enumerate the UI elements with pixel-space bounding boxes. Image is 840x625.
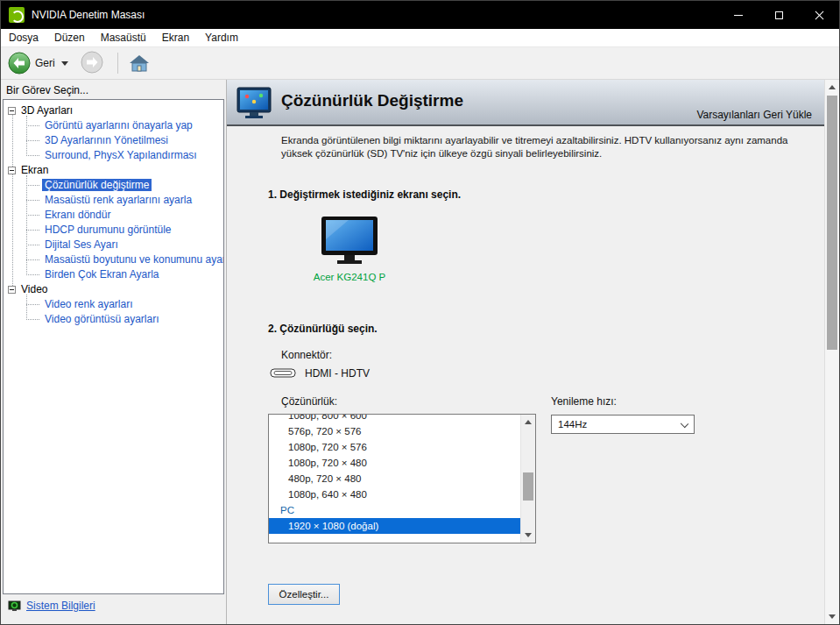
maximize-button[interactable] [759,1,799,29]
minimize-icon [734,15,743,16]
back-label: Geri [35,57,55,69]
restore-defaults-button[interactable]: Varsayılanları Geri Yükle [696,109,812,121]
window-controls [718,1,839,29]
main-scrollbar[interactable] [824,80,839,624]
tree-item-goruntu-ayarlari[interactable]: Görüntü ayarlarını önayarla yap [4,118,223,133]
resolution-item[interactable]: 1080p, 800 × 600 [269,415,520,423]
task-tree: 3D Ayarları Görüntü ayarlarını önayarla … [3,99,224,594]
tree-children-3d: Görüntü ayarlarını önayarla yap 3D Ayarl… [4,118,223,163]
collapse-icon[interactable] [8,286,16,294]
tree-item-label: Surround, PhysX Yapılandırması [42,149,200,161]
menu-masaustu[interactable]: Masaüstü [93,29,154,46]
app-body: Bir Görev Seçin... 3D Ayarları Görüntü a… [1,80,839,624]
resolution-item[interactable]: 1080p, 720 × 480 [269,455,520,471]
tree-item-label: Masaüstü boyutunu ve konumunu ayarla [42,253,224,266]
monitor-icon [318,215,381,266]
menu-dosya[interactable]: Dosya [1,29,46,46]
menu-yardim[interactable]: Yardım [197,29,246,46]
menu-duzen[interactable]: Düzen [46,29,93,46]
tree-item-3d-yonetim[interactable]: 3D Ayarlarının Yönetilmesi [4,133,223,148]
tree-item-cozunurluk-degistirme[interactable]: Çözünürlük değiştirme [4,178,223,193]
tree-item-label: HDCP durumunu görüntüle [42,224,174,236]
tree-children-video: Video renk ayarları Video görüntüsü ayar… [4,297,223,327]
connector-row: HDMI - HDTV [270,367,824,380]
tree-group-ekran[interactable]: Ekran [4,163,223,178]
scrollbar-thumb[interactable] [827,96,837,350]
toolbar-separator [117,53,118,74]
tree-group-video[interactable]: Video [4,282,223,297]
resolution-item-selected[interactable]: 1920 × 1080 (doğal) [269,518,520,534]
home-button[interactable] [129,53,150,73]
window-title: NVIDIA Denetim Masası [32,9,145,21]
triangle-up-icon [525,420,532,424]
tree-item-dijital-ses[interactable]: Dijital Ses Ayarı [4,238,223,252]
refresh-rate-label: Yenileme hızı: [551,395,617,408]
minimize-button[interactable] [718,1,759,29]
page-description: Ekranda görüntülenen bilgi miktarını aya… [281,134,819,160]
triangle-down-icon [525,533,532,537]
page-title: Çözünürlük Değiştirme [281,91,463,110]
tree-item-label: Dijital Ses Ayarı [42,238,121,251]
tree-item-masaustu-boyut[interactable]: Masaüstü boyutunu ve konumunu ayarla [4,252,223,267]
list-scrollbar[interactable] [520,415,535,543]
settings-content: 1. Değiştirmek istediğiniz ekranı seçin. [227,188,824,605]
tree-item-ekrani-dondur[interactable]: Ekranı döndür [4,208,223,223]
tree-item-birden-cok-ekran[interactable]: Birden Çok Ekran Ayarla [4,267,223,282]
tree-item-label: Masaüstü renk ayarlarını ayarla [42,194,194,206]
triangle-up-icon [829,85,836,89]
tree-group-3d-ayarlari[interactable]: 3D Ayarları [4,103,223,118]
display-settings-icon [236,86,272,119]
tree-children-ekran: Çözünürlük değiştirme Masaüstü renk ayar… [4,178,223,282]
close-button[interactable] [799,1,839,29]
tree-item-label: Ekranı döndür [42,209,113,221]
collapse-icon[interactable] [8,107,16,115]
customize-button[interactable]: Özelleştir... [268,584,340,605]
forward-icon [81,51,103,74]
tree-item-masaustu-renk[interactable]: Masaüstü renk ayarlarını ayarla [4,193,223,208]
resolution-item[interactable]: 1080p, 640 × 480 [269,487,520,502]
display-name-label: Acer KG241Q P [301,272,398,282]
tree-item-label: Video görüntüsü ayarları [42,313,162,325]
back-button[interactable]: Geri [8,52,68,75]
hdmi-connector-icon [270,368,296,379]
tree-item-surround-physx[interactable]: Surround, PhysX Yapılandırması [4,148,223,163]
close-icon [815,11,824,20]
tree-item-label: Çözünürlük değiştirme [42,179,152,191]
forward-button[interactable] [81,51,103,76]
sidebar: Bir Görev Seçin... 3D Ayarları Görüntü a… [1,80,227,624]
scroll-down-button[interactable] [825,609,839,624]
scroll-up-button[interactable] [521,415,535,430]
chevron-down-icon[interactable] [61,61,68,66]
scroll-down-button[interactable] [521,528,535,543]
tree-item-hdcp[interactable]: HDCP durumunu görüntüle [4,223,223,238]
tree-item-video-renk[interactable]: Video renk ayarları [4,297,223,312]
tree-item-label: Görüntü ayarlarını önayarla yap [42,119,195,131]
refresh-rate-dropdown[interactable]: 144Hz [551,415,695,434]
sidebar-footer: Sistem Bilgileri [1,594,226,624]
back-icon [8,52,31,75]
tree-item-video-goruntu[interactable]: Video görüntüsü ayarları [4,312,223,327]
resolution-item[interactable]: 480p, 720 × 480 [269,471,520,487]
toolbar: Geri [1,47,839,80]
connector-value: HDMI - HDTV [305,367,370,380]
tree-group-label: Video [21,283,47,295]
collapse-icon[interactable] [8,167,16,174]
resolution-group-header: PC [269,502,520,518]
resolution-listbox[interactable]: 1080p, 800 × 600 576p, 720 × 576 1080p, … [268,414,536,543]
tree-group-label: Ekran [21,164,48,176]
titlebar: NVIDIA Denetim Masası [1,1,839,29]
resolution-item[interactable]: 1080p, 720 × 576 [269,439,520,455]
app-window: NVIDIA Denetim Masası Dosya Düzen Masaüs… [0,0,840,625]
display-select[interactable]: Acer KG241Q P [301,215,398,282]
resolution-item[interactable]: 576p, 720 × 576 [269,423,520,439]
main-panel: Çözünürlük Değiştirme Varsayılanları Ger… [227,80,839,624]
chevron-down-icon [681,420,688,428]
scrollbar-thumb[interactable] [523,472,533,501]
system-info-link[interactable]: Sistem Bilgileri [26,600,95,612]
scroll-up-button[interactable] [825,80,839,95]
tree-item-label: Birden Çok Ekran Ayarla [42,268,162,281]
resolution-list-viewport: 1080p, 800 × 600 576p, 720 × 576 1080p, … [269,415,520,543]
main-content: Çözünürlük Değiştirme Varsayılanları Ger… [227,80,824,624]
menu-ekran[interactable]: Ekran [154,29,197,46]
tree-item-label: 3D Ayarlarının Yönetilmesi [42,134,171,146]
